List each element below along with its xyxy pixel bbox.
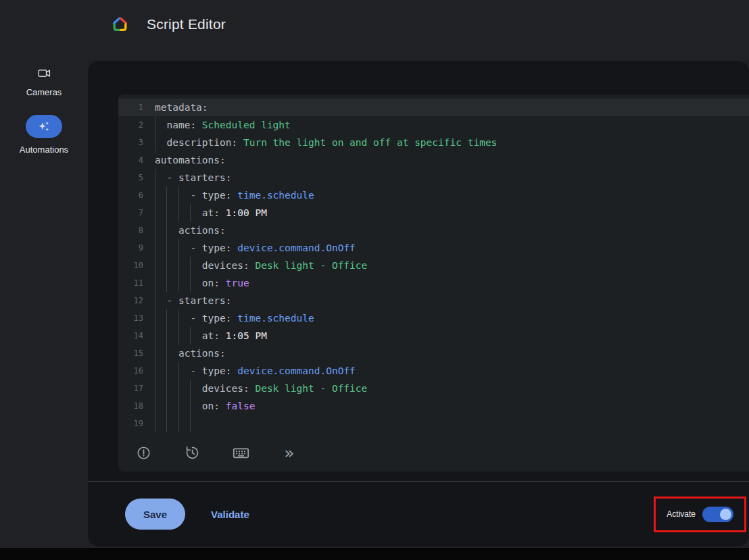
sidebar: Cameras Automations <box>0 49 88 155</box>
indent-guide <box>166 274 167 292</box>
code-area[interactable]: 1metadata:2 name: Scheduled light3 descr… <box>118 95 749 434</box>
line-number: 3 <box>118 134 155 151</box>
code-line[interactable]: 13 - type: time.schedule <box>118 309 749 327</box>
indent-guide <box>155 257 155 274</box>
code-text: actions: <box>155 222 749 239</box>
bottom-bar <box>0 548 749 560</box>
code-line[interactable]: 15 actions: <box>118 345 749 362</box>
activate-label: Activate <box>667 509 696 519</box>
code-line[interactable]: 19 <box>118 415 749 432</box>
problems-icon[interactable] <box>130 440 156 465</box>
indent-guide <box>190 397 191 415</box>
code-text: - type: time.schedule <box>155 309 749 327</box>
code-line[interactable]: 5 - starters: <box>118 169 749 186</box>
indent-guide <box>190 327 191 345</box>
line-number: 7 <box>118 204 155 222</box>
indent-guide <box>155 309 155 327</box>
code-line[interactable]: 8 actions: <box>118 222 749 239</box>
line-number: 8 <box>118 222 155 239</box>
indent-guide <box>178 239 179 257</box>
code-text: - type: device.command.OnOff <box>155 239 749 257</box>
code-line[interactable]: 2 name: Scheduled light <box>118 116 749 134</box>
indent-guide <box>166 309 167 327</box>
code-line[interactable]: 10 devices: Desk light - Office <box>118 257 749 274</box>
indent-guide <box>155 292 155 309</box>
code-text: devices: Desk light - Office <box>155 380 749 397</box>
code-text: on: false <box>155 397 749 415</box>
code-editor: 1metadata:2 name: Scheduled light3 descr… <box>118 95 749 472</box>
code-text: - type: time.schedule <box>155 186 749 204</box>
indent-guide <box>155 186 155 204</box>
line-number: 5 <box>118 169 155 186</box>
code-line[interactable]: 9 - type: device.command.OnOff <box>118 239 749 257</box>
indent-guide <box>155 415 155 432</box>
line-number: 15 <box>118 345 155 362</box>
indent-guide <box>166 186 167 204</box>
indent-guide <box>155 239 155 257</box>
page-title: Script Editor <box>147 16 226 32</box>
code-text: on: true <box>155 274 749 292</box>
activate-annotation-box: Activate <box>654 497 746 532</box>
indent-guide <box>155 116 155 134</box>
code-text <box>155 415 749 432</box>
indent-guide <box>178 309 179 327</box>
indent-guide <box>155 169 155 186</box>
code-text: devices: Desk light - Office <box>155 257 749 274</box>
line-number: 14 <box>118 327 155 345</box>
code-text: at: 1:00 PM <box>155 204 749 222</box>
sparkle-icon <box>37 120 51 134</box>
code-line[interactable]: 4automations: <box>118 151 749 169</box>
code-line[interactable]: 7 at: 1:00 PM <box>118 204 749 222</box>
code-line[interactable]: 1metadata: <box>118 99 749 116</box>
code-line[interactable]: 12 - starters: <box>118 292 749 309</box>
line-number: 18 <box>118 397 155 415</box>
code-line[interactable]: 17 devices: Desk light - Office <box>118 380 749 397</box>
indent-guide <box>155 134 155 151</box>
history-icon[interactable] <box>179 440 205 465</box>
indent-guide <box>178 257 179 274</box>
indent-guide <box>178 186 179 204</box>
line-number: 16 <box>118 362 155 380</box>
line-number: 6 <box>118 186 155 204</box>
sidebar-item-automations[interactable]: Automations <box>20 115 68 155</box>
code-text: automations: <box>155 151 749 169</box>
indent-guide <box>178 380 179 397</box>
indent-guide <box>155 345 155 362</box>
code-line[interactable]: 14 at: 1:05 PM <box>118 327 749 345</box>
line-number: 19 <box>118 415 155 432</box>
code-line[interactable]: 3 description: Turn the light on and off… <box>118 134 749 151</box>
save-button[interactable]: Save <box>125 499 185 530</box>
editor-toolbar: » <box>118 434 749 472</box>
validate-button[interactable]: Validate <box>207 508 253 521</box>
indent-guide <box>190 380 191 397</box>
code-text: - type: device.command.OnOff <box>155 362 749 380</box>
indent-guide <box>166 327 167 345</box>
line-number: 13 <box>118 309 155 327</box>
google-home-logo-icon <box>111 16 129 34</box>
keyboard-icon[interactable] <box>228 440 253 465</box>
indent-guide <box>155 327 155 345</box>
code-line[interactable]: 18 on: false <box>118 397 749 415</box>
code-line[interactable]: 11 on: true <box>118 274 749 292</box>
code-text: description: Turn the light on and off a… <box>155 134 749 151</box>
active-pill <box>26 115 62 138</box>
indent-guide <box>166 257 167 274</box>
indent-guide <box>155 362 155 380</box>
indent-guide <box>166 380 167 397</box>
indent-guide <box>178 362 179 380</box>
indent-guide <box>166 345 167 362</box>
sidebar-item-label: Automations <box>20 145 68 155</box>
more-tools-icon[interactable]: » <box>276 440 302 465</box>
indent-guide <box>190 257 191 274</box>
indent-guide <box>178 204 179 222</box>
app-header: Script Editor <box>0 0 749 49</box>
line-number: 2 <box>118 116 155 134</box>
indent-guide <box>166 415 167 432</box>
indent-guide <box>155 222 155 239</box>
line-number: 12 <box>118 292 155 309</box>
code-line[interactable]: 6 - type: time.schedule <box>118 186 749 204</box>
sidebar-item-cameras[interactable]: Cameras <box>26 66 62 97</box>
activate-toggle[interactable] <box>702 507 733 522</box>
code-line[interactable]: 16 - type: device.command.OnOff <box>118 362 749 380</box>
line-number: 4 <box>118 151 155 169</box>
